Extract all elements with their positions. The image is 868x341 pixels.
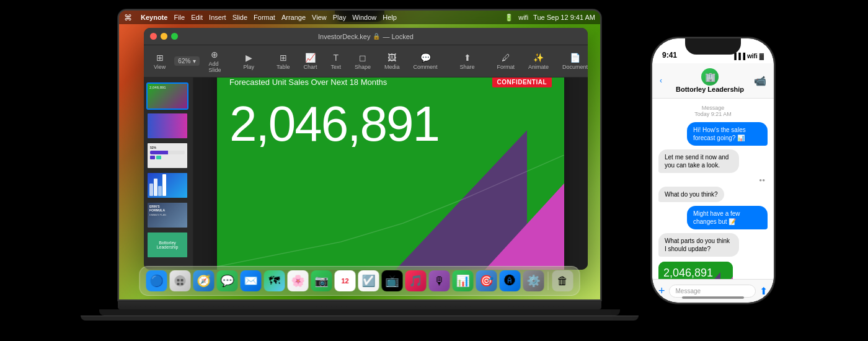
dock-icon-mail[interactable]: ✉️ bbox=[241, 270, 262, 291]
menu-edit[interactable]: Edit bbox=[191, 14, 203, 21]
menu-play[interactable]: Play bbox=[333, 14, 346, 21]
fullscreen-button[interactable] bbox=[171, 33, 178, 40]
shape-icon: ◻ bbox=[359, 53, 366, 63]
slide-thumb-5[interactable]: ERIN'SFORMULA EMMA'S PLAN bbox=[146, 202, 188, 229]
toolbar-share[interactable]: ⬆ Share bbox=[455, 50, 480, 73]
toolbar-add-slide[interactable]: ⊕ Add Slide bbox=[203, 47, 226, 76]
chevron-down-icon: ▾ bbox=[193, 58, 196, 64]
menubar-app-name[interactable]: Keynote bbox=[141, 14, 167, 21]
dock-icon-appletv[interactable]: 📺 bbox=[382, 270, 403, 291]
dock-icon-podcasts[interactable]: 🎙 bbox=[429, 270, 450, 291]
dock-icon-appstore[interactable]: 🅐 bbox=[500, 270, 521, 291]
play-icon: ▶ bbox=[246, 53, 252, 63]
facetime-video-icon[interactable]: 📹 bbox=[754, 75, 766, 87]
dock-icon-numbers[interactable]: 📊 bbox=[453, 270, 474, 291]
toolbar-text[interactable]: T Text bbox=[326, 50, 346, 73]
slide-chart-svg bbox=[217, 155, 564, 270]
dock-icon-reminders[interactable]: ☑️ bbox=[358, 270, 379, 291]
svg-rect-1 bbox=[177, 279, 180, 281]
svg-rect-3 bbox=[177, 283, 180, 285]
slide-preview-in-message[interactable]: 2,046,891 bbox=[658, 262, 733, 279]
signal-icon: ▐▐▐ bbox=[732, 53, 745, 60]
keynote-window: InvestorDeck.key 🔒 — Locked ⊞ View 62% bbox=[144, 28, 588, 270]
devices-container: ⌘ Keynote File Edit Insert Slide Format … bbox=[0, 0, 868, 341]
slide-confidential: CONFIDENTIAL bbox=[492, 78, 552, 87]
slide-canvas[interactable]: Forecasted Unit Sales Over Next 18 Month… bbox=[193, 78, 588, 270]
slide-thumb-1[interactable]: 2,046,891 bbox=[146, 82, 188, 110]
lock-icon: 🔒 bbox=[373, 33, 380, 40]
toolbar-shape[interactable]: ◻ Shape bbox=[350, 50, 376, 73]
menubar-right: 🔋 wifi Tue Sep 12 9:41 AM bbox=[505, 14, 595, 22]
toolbar-play[interactable]: ▶ Play bbox=[238, 50, 259, 73]
contact-icon-symbol: 🏢 bbox=[705, 72, 715, 82]
wifi-status-icon: wifi bbox=[747, 53, 758, 60]
message-3: What do you think? bbox=[658, 187, 768, 202]
messages-back-button[interactable]: ‹ bbox=[660, 76, 662, 85]
toolbar-comment[interactable]: 💬 Comment bbox=[409, 50, 443, 73]
traffic-lights bbox=[150, 33, 178, 40]
slide-panel: 2,046,891 52% bbox=[144, 78, 193, 270]
toolbar-animate[interactable]: ✨ Animate bbox=[523, 50, 554, 73]
toolbar-view[interactable]: ⊞ View bbox=[149, 50, 170, 73]
messages-add-icon[interactable]: + bbox=[658, 285, 665, 298]
macbook-desktop: ⌘ Keynote File Edit Insert Slide Format … bbox=[119, 11, 600, 299]
dock-icon-maps[interactable]: 🗺 bbox=[264, 270, 285, 291]
toolbar-chart[interactable]: 📈 Chart bbox=[298, 50, 322, 73]
zoom-control[interactable]: 62% ▾ bbox=[174, 56, 200, 66]
svg-rect-2 bbox=[181, 279, 184, 281]
dock-icon-system-settings[interactable]: ⚙️ bbox=[523, 270, 544, 291]
toolbar-format[interactable]: 🖊 Format bbox=[492, 50, 520, 73]
menu-view[interactable]: View bbox=[312, 14, 327, 21]
slide-thumb-6[interactable]: BottorleyLeadership bbox=[146, 231, 188, 259]
macbook-base bbox=[99, 309, 620, 316]
slide-thumb-inner-4 bbox=[148, 173, 187, 198]
messages-body[interactable]: MessageToday 9:21 AM Hi! How's the sales… bbox=[652, 99, 774, 279]
dock-icon-facetime[interactable]: 📷 bbox=[311, 270, 332, 291]
message-4: Might have a few changes but 📝 bbox=[658, 206, 768, 229]
messages-text-input[interactable]: Message bbox=[669, 285, 756, 298]
keynote-toolbar: ⊞ View 62% ▾ ⊕ Add Slide bbox=[144, 45, 588, 78]
dock-icon-messages[interactable]: 💬 bbox=[217, 270, 238, 291]
dock-icon-safari[interactable]: 🧭 bbox=[193, 270, 215, 291]
menu-help[interactable]: Help bbox=[383, 14, 397, 21]
menu-insert[interactable]: Insert bbox=[209, 14, 226, 21]
slide-header: Forecasted Unit Sales Over Next 18 Month… bbox=[229, 78, 552, 87]
menubar-left: ⌘ Keynote File Edit Insert Slide Format … bbox=[124, 13, 397, 22]
dock-icon-photos[interactable]: 🌸 bbox=[288, 270, 309, 291]
dock-divider bbox=[548, 272, 549, 290]
slide-thumb-inner-1: 2,046,891 bbox=[148, 84, 187, 108]
slide-thumb-3[interactable]: 52% bbox=[146, 142, 188, 169]
iphone-notch bbox=[685, 38, 741, 55]
toolbar-table[interactable]: ⊞ Table bbox=[272, 50, 295, 73]
menu-format[interactable]: Format bbox=[254, 14, 275, 21]
menu-window[interactable]: Window bbox=[352, 14, 376, 21]
slide-main-number: 2,046,891 bbox=[229, 99, 439, 149]
toolbar-media[interactable]: 🖼 Media bbox=[379, 50, 405, 73]
dock-icon-finder[interactable]: 🔵 bbox=[146, 270, 167, 291]
battery-status-icon: ▓ bbox=[760, 53, 764, 60]
dock-icon-calendar[interactable]: 12 bbox=[335, 270, 356, 291]
apple-menu-icon[interactable]: ⌘ bbox=[124, 13, 132, 22]
messages-send-icon[interactable]: ⬆ bbox=[760, 285, 768, 297]
comment-icon: 💬 bbox=[420, 53, 431, 63]
message-2: Let me send it now and you can take a lo… bbox=[658, 149, 768, 173]
minimize-button[interactable] bbox=[161, 33, 167, 40]
slide-thumb-2[interactable] bbox=[146, 112, 188, 140]
dock-icon-trash[interactable]: 🗑 bbox=[552, 270, 574, 291]
window-title: InvestorDeck.key 🔒 — Locked bbox=[318, 33, 414, 40]
menu-file[interactable]: File bbox=[174, 14, 185, 21]
menu-arrange[interactable]: Arrange bbox=[281, 14, 306, 21]
toolbar-document[interactable]: 📄 Document bbox=[557, 50, 588, 73]
macbook: ⌘ Keynote File Edit Insert Slide Format … bbox=[93, 9, 626, 332]
slide-thumb-4[interactable] bbox=[146, 172, 188, 199]
dock-icon-keynote[interactable]: 🎯 bbox=[476, 270, 497, 291]
message-bubble-received-2: What do you think? bbox=[658, 187, 724, 202]
menu-slide[interactable]: Slide bbox=[232, 14, 247, 21]
keynote-slide: Forecasted Unit Sales Over Next 18 Month… bbox=[217, 78, 564, 270]
svg-rect-4 bbox=[181, 283, 184, 285]
dock-icon-music[interactable]: 🎵 bbox=[405, 270, 427, 291]
view-icon: ⊞ bbox=[156, 53, 164, 63]
dock-icon-launchpad[interactable] bbox=[170, 270, 191, 291]
menubar: ⌘ Keynote File Edit Insert Slide Format … bbox=[119, 11, 600, 24]
close-button[interactable] bbox=[150, 33, 157, 40]
